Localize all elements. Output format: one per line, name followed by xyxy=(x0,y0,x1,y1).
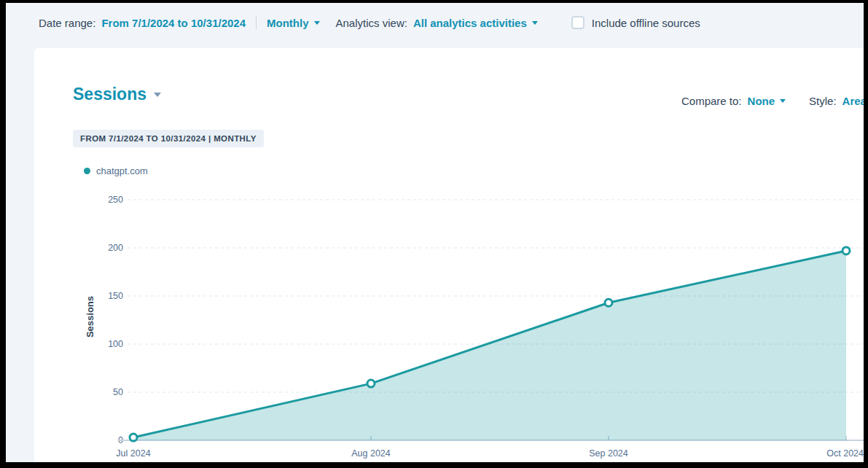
compare-to-value: None xyxy=(748,95,775,107)
legend-label: chatgpt.com xyxy=(96,165,148,176)
analytics-view-dropdown[interactable]: All analytics activities xyxy=(413,17,538,29)
report-title-dropdown[interactable]: Sessions xyxy=(73,85,161,104)
svg-text:Aug 2024: Aug 2024 xyxy=(351,448,391,459)
sessions-report-card: Sessions Compare to: None Style: Area FR… xyxy=(34,48,864,462)
svg-text:250: 250 xyxy=(108,195,123,205)
chevron-down-icon xyxy=(154,93,161,97)
svg-text:50: 50 xyxy=(113,387,123,397)
include-offline-label: Include offline sources xyxy=(592,17,700,29)
legend-item-chatgpt[interactable]: chatgpt.com xyxy=(84,165,148,176)
analytics-view-label: Analytics view: xyxy=(336,17,407,29)
filters-toolbar: Date range: From 7/1/2024 to 10/31/2024 … xyxy=(6,3,864,42)
svg-text:100: 100 xyxy=(108,339,123,349)
chevron-down-icon xyxy=(780,99,786,103)
analytics-view-value: All analytics activities xyxy=(413,17,527,29)
include-offline-checkbox[interactable] xyxy=(571,16,584,29)
frequency-value: Monthly xyxy=(267,17,309,29)
svg-text:Jul 2024: Jul 2024 xyxy=(116,448,150,459)
compare-to-dropdown[interactable]: None xyxy=(748,95,786,107)
date-range-value-link[interactable]: From 7/1/2024 to 10/31/2024 xyxy=(101,17,246,29)
report-title: Sessions xyxy=(73,85,146,104)
date-range-label: Date range: xyxy=(39,17,95,29)
legend-marker-icon xyxy=(84,168,90,174)
page-background: Date range: From 7/1/2024 to 10/31/2024 … xyxy=(6,3,864,462)
report-range-badge: FROM 7/1/2024 TO 10/31/2024 | MONTHLY xyxy=(73,130,264,147)
svg-text:150: 150 xyxy=(108,291,123,301)
chevron-down-icon xyxy=(314,21,320,25)
report-controls: Compare to: None Style: Area xyxy=(681,95,864,107)
toolbar-divider xyxy=(256,16,257,29)
chevron-down-icon xyxy=(532,21,538,25)
frequency-dropdown[interactable]: Monthly xyxy=(267,17,320,29)
y-axis-title: Sessions xyxy=(85,244,95,390)
style-dropdown[interactable]: Area xyxy=(842,95,864,107)
style-label: Style: xyxy=(809,95,837,107)
style-value: Area xyxy=(842,95,864,107)
svg-text:Oct 2024: Oct 2024 xyxy=(826,448,864,459)
sessions-area-chart: 050100150200250Jul 2024Aug 2024Sep 2024O… xyxy=(106,194,864,462)
date-range-value: From 7/1/2024 to 10/31/2024 xyxy=(101,17,246,29)
svg-text:Sep 2024: Sep 2024 xyxy=(589,448,628,459)
compare-to-label: Compare to: xyxy=(681,95,742,107)
svg-text:200: 200 xyxy=(108,243,123,253)
